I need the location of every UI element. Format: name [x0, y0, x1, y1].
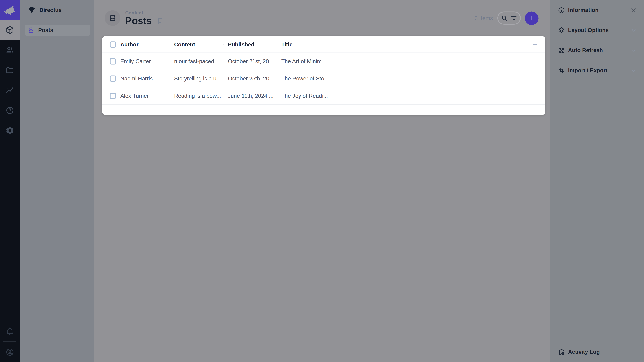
database-icon: [108, 14, 117, 22]
filter-icon: [510, 14, 518, 22]
project-icon: [28, 6, 36, 14]
plus-icon: [532, 41, 538, 48]
bell-icon: [5, 327, 14, 336]
table-header-row: Author Content Published Title: [102, 36, 545, 53]
chevron-down-icon: [630, 27, 637, 33]
page-header: Content Posts 3 Items: [94, 0, 550, 36]
title-block: Content Posts: [125, 10, 152, 26]
table-row[interactable]: Alex Turner Reading is a pow... June 11t…: [102, 87, 545, 105]
rabbit-logo-icon: [4, 4, 16, 16]
people-icon: [5, 45, 14, 54]
help-icon: [5, 106, 14, 115]
row-checkbox[interactable]: [110, 93, 116, 99]
items-count: 3 Items: [474, 15, 493, 21]
cell-published: June 11th, 2024 ...: [224, 93, 277, 99]
breadcrumb: Content: [125, 10, 152, 15]
search-icon: [500, 14, 508, 22]
module-file-library[interactable]: [0, 60, 20, 80]
cell-author: Naomi Harris: [120, 76, 170, 82]
sidebar-section-import-export[interactable]: Import / Export: [550, 60, 644, 80]
cell-content: Reading is a pow...: [170, 93, 224, 99]
cell-title: The Power of Sto...: [277, 76, 331, 82]
add-column-button[interactable]: [532, 41, 538, 48]
table-row[interactable]: Emily Carter n our fast-paced ... Octobe…: [102, 53, 545, 70]
insights-icon: [5, 86, 14, 95]
account-circle-icon: [5, 348, 14, 357]
main-content: Content Posts 3 Items: [94, 0, 550, 362]
close-icon: [630, 6, 637, 13]
notifications-button[interactable]: [0, 321, 20, 341]
cell-content: n our fast-paced ...: [170, 58, 224, 64]
sidebar-section-layout-options[interactable]: Layout Options: [550, 20, 644, 40]
settings-icon: [5, 126, 14, 135]
account-button[interactable]: [0, 342, 20, 362]
module-help[interactable]: [0, 100, 20, 120]
cell-published: October 21st, 20...: [224, 58, 277, 64]
project-name: Directus: [40, 7, 62, 13]
table-row[interactable]: Naomi Harris Storytelling is a u... Octo…: [102, 70, 545, 87]
box-icon: [5, 25, 14, 34]
sidebar-spacer: [550, 80, 644, 342]
module-bar: [0, 0, 20, 362]
app-root: Directus Posts: [0, 0, 644, 362]
column-header-content[interactable]: Content: [170, 41, 224, 47]
cell-author: Emily Carter: [120, 58, 170, 64]
sidebar-section-information[interactable]: Information: [550, 0, 644, 20]
navigation-sidebar: Directus Posts: [20, 0, 94, 362]
row-checkbox[interactable]: [110, 58, 116, 64]
module-bar-spacer: [0, 140, 20, 321]
project-header[interactable]: Directus: [20, 0, 94, 20]
page-title: Posts: [125, 15, 152, 26]
activity-log-icon: [558, 348, 565, 356]
plus-icon: [528, 14, 536, 22]
swap-vert-icon: [558, 67, 565, 74]
sidebar-section-label: Layout Options: [568, 27, 608, 33]
database-icon: [28, 27, 34, 34]
nav-item-label: Posts: [38, 27, 53, 33]
info-sidebar: Information Layout Options: [550, 0, 644, 362]
items-table-card: Author Content Published Title: [102, 36, 545, 115]
row-checkbox[interactable]: [110, 76, 116, 82]
nav-item-posts[interactable]: Posts: [25, 25, 90, 36]
module-user-directory[interactable]: [0, 40, 20, 60]
sidebar-section-label: Auto Refresh: [568, 47, 603, 53]
sidebar-section-label: Import / Export: [568, 67, 608, 73]
cell-published: October 25th, 20...: [224, 76, 277, 82]
info-icon: [558, 6, 565, 14]
bookmark-button[interactable]: [157, 17, 164, 25]
select-all-checkbox[interactable]: [110, 41, 116, 47]
module-content[interactable]: [0, 20, 20, 40]
directus-logo[interactable]: [0, 0, 20, 20]
bookmark-icon: [157, 17, 164, 25]
close-sidebar-button[interactable]: [630, 6, 637, 13]
sync-disabled-icon: [558, 46, 565, 54]
activity-log-label: Activity Log: [568, 349, 600, 355]
column-header-author[interactable]: Author: [120, 41, 170, 47]
module-insights[interactable]: [0, 80, 20, 100]
chevron-down-icon: [630, 47, 637, 53]
create-item-button[interactable]: [525, 11, 538, 25]
sidebar-section-auto-refresh[interactable]: Auto Refresh: [550, 40, 644, 60]
cell-content: Storytelling is a u...: [170, 76, 224, 82]
sidebar-activity-log[interactable]: Activity Log: [550, 342, 644, 362]
folder-icon: [5, 65, 14, 75]
module-settings[interactable]: [0, 120, 20, 140]
layers-icon: [558, 26, 565, 34]
cell-author: Alex Turner: [120, 93, 170, 99]
search-filter-pill[interactable]: [498, 11, 521, 25]
cell-title: The Joy of Readi...: [277, 93, 331, 99]
header-actions: 3 Items: [474, 11, 538, 25]
collection-icon-chip[interactable]: [105, 10, 120, 26]
sidebar-section-label: Information: [568, 7, 598, 13]
cell-title: The Art of Minim...: [277, 58, 331, 64]
column-header-title[interactable]: Title: [277, 41, 331, 47]
column-header-published[interactable]: Published: [224, 41, 277, 47]
chevron-down-icon: [630, 67, 637, 73]
